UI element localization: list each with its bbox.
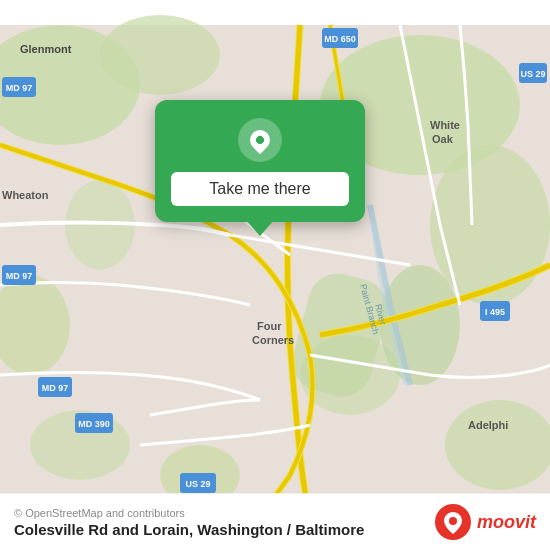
svg-text:Four: Four	[257, 320, 282, 332]
bottom-bar: © OpenStreetMap and contributors Colesvi…	[0, 493, 550, 550]
svg-text:MD 97: MD 97	[6, 271, 33, 281]
map-container: Glenmont MD 97 MD 97 MD 97 MD 650 US 29 …	[0, 0, 550, 550]
svg-text:MD 97: MD 97	[6, 83, 33, 93]
svg-text:Adelphi: Adelphi	[468, 419, 508, 431]
location-title: Colesville Rd and Lorain, Washington / B…	[14, 521, 364, 538]
svg-text:MD 650: MD 650	[324, 34, 356, 44]
moovit-logo[interactable]: moovit	[435, 504, 536, 540]
pin-marker	[246, 126, 274, 154]
copyright-text: © OpenStreetMap and contributors	[14, 507, 364, 519]
popup-card: Take me there	[155, 100, 365, 222]
svg-text:I 495: I 495	[485, 307, 505, 317]
bottom-left: © OpenStreetMap and contributors Colesvi…	[14, 507, 364, 538]
moovit-icon	[435, 504, 471, 540]
map-background: Glenmont MD 97 MD 97 MD 97 MD 650 US 29 …	[0, 0, 550, 550]
svg-text:MD 97: MD 97	[42, 383, 69, 393]
svg-text:US 29: US 29	[185, 479, 210, 489]
svg-text:Glenmont: Glenmont	[20, 43, 72, 55]
svg-text:US 29: US 29	[520, 69, 545, 79]
svg-text:Wheaton: Wheaton	[2, 189, 49, 201]
svg-text:Oak: Oak	[432, 133, 454, 145]
svg-text:Corners: Corners	[252, 334, 294, 346]
pin-icon	[238, 118, 282, 162]
svg-point-10	[445, 400, 550, 490]
svg-point-3	[430, 145, 550, 305]
moovit-text: moovit	[477, 512, 536, 533]
svg-point-4	[100, 15, 220, 95]
take-me-there-button[interactable]: Take me there	[171, 172, 349, 206]
svg-text:White: White	[430, 119, 460, 131]
svg-text:MD 390: MD 390	[78, 419, 110, 429]
svg-point-41	[449, 517, 457, 525]
